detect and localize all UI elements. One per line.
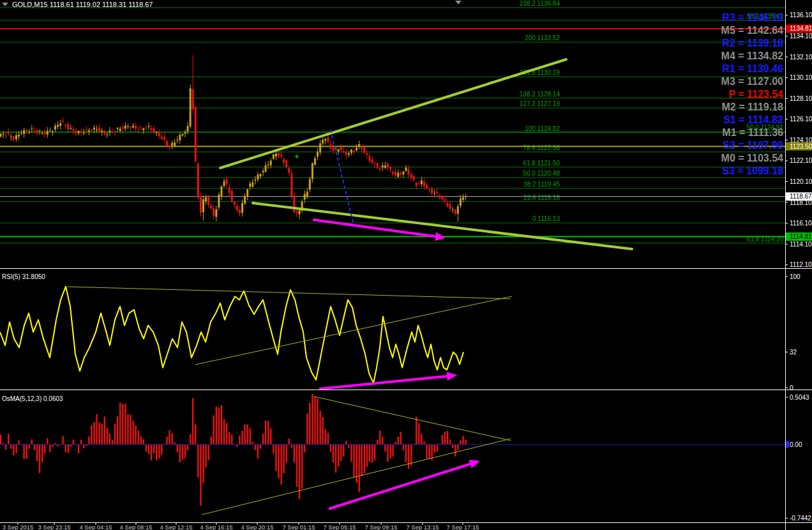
candle-body (377, 163, 379, 167)
candle-body (249, 184, 251, 187)
candle-body (285, 160, 287, 167)
candle-body (26, 130, 27, 131)
candle-body (200, 196, 202, 213)
candle-body (13, 137, 15, 140)
osma-bar (444, 432, 446, 444)
osma-bar (278, 444, 279, 478)
osma-bar (112, 440, 113, 444)
osma-bar (421, 434, 422, 444)
candle-body (353, 151, 355, 151)
candle-body (215, 209, 217, 217)
candle-body (317, 152, 319, 157)
candle-body (207, 196, 209, 205)
time-axis-label: 3 Sep 23:15 (38, 524, 70, 530)
osma-bar (39, 444, 40, 473)
osma-bar (29, 444, 30, 449)
osma-bar (387, 444, 388, 462)
candle-body (70, 128, 71, 129)
candle-body (109, 130, 110, 132)
osma-bar (36, 444, 38, 461)
candle-body (15, 135, 17, 139)
candle-body (171, 143, 173, 146)
candle-body (428, 189, 430, 190)
chart-title: GOLD,M15 1118.61 1119.02 1118.31 1118.67 (12, 1, 153, 8)
candle-body (8, 132, 10, 135)
candle-body (239, 210, 241, 213)
fib-level-label: 0 1116.13 (532, 215, 560, 222)
rsi-axis-label: 100 (790, 273, 801, 280)
osma-bar (41, 444, 43, 462)
osma-bar (130, 415, 131, 444)
candle-body (426, 185, 428, 189)
fib-level-label: 78.6 1122.96 (523, 144, 560, 151)
osma-bar (294, 444, 295, 462)
osma-bar (403, 444, 404, 450)
candle-body (33, 131, 35, 132)
osma-bar (257, 444, 259, 458)
osma-bar (460, 441, 461, 444)
osma-bar (119, 403, 121, 444)
candle-body (75, 130, 77, 133)
price-axis-label: 1136.10 (790, 11, 812, 19)
fib-level-label: 61.8 1121.50 (523, 160, 560, 167)
osma-bar (265, 421, 266, 444)
osma-bar (31, 439, 33, 444)
candle-body (457, 206, 459, 213)
candle-body (223, 181, 225, 186)
candle-body (179, 135, 181, 140)
candle-body (72, 129, 74, 131)
chart-dropdown-icon[interactable] (2, 3, 8, 6)
osma-bar (364, 444, 365, 473)
chart-title-bar: GOLD,M15 1118.61 1119.02 1118.31 1118.67 (2, 1, 153, 8)
fib-level-label: 38.2 1119.45 (523, 181, 560, 188)
magenta-arrow-main (313, 220, 443, 238)
candle-body (145, 128, 147, 128)
candle-body (327, 137, 329, 142)
chart-canvas[interactable]: 238.2 1136.84200 1133.52161.8 1130.19138… (0, 0, 812, 530)
candle-body (436, 192, 438, 193)
candle-body (192, 89, 194, 110)
candle-body (187, 126, 189, 132)
candle-body (329, 144, 331, 149)
osma-bar (44, 444, 45, 453)
candle-body (78, 131, 80, 133)
price-axis[interactable]: 1136.101134.101132.101130.101128.101126.… (785, 11, 812, 521)
time-axis-label: 4 Sep 16:15 (200, 524, 232, 530)
fib-level-label: 238.2 1136.84 (520, 0, 560, 7)
candle-body (67, 124, 69, 129)
osma-bar (73, 440, 74, 444)
osma-bar (236, 444, 237, 447)
osma-bar (202, 444, 204, 483)
candle-body (452, 209, 454, 210)
candle-body (267, 165, 269, 165)
osma-indicator-label: OsMA(5,12,3) 0.0603 (2, 395, 63, 402)
candle-body (270, 161, 272, 165)
candle-body (397, 173, 399, 177)
rsi-triangle-line (195, 296, 512, 365)
candle-body (402, 172, 404, 174)
osma-bar (350, 444, 352, 462)
osma-bar (410, 444, 412, 466)
time-axis[interactable]: 3 Sep 20153 Sep 23:154 Sep 04:154 Sep 08… (3, 522, 479, 530)
osma-bar (338, 444, 339, 467)
osma-bar (109, 433, 110, 444)
osma-bar (301, 444, 303, 488)
candle-body (345, 152, 347, 155)
candle-body (332, 148, 334, 151)
candle-body (114, 132, 116, 133)
osma-bar (442, 435, 443, 444)
candle-body (103, 131, 105, 134)
candle-body (137, 130, 139, 130)
candle-body (57, 125, 59, 127)
candle-body (439, 195, 440, 198)
osma-bar (226, 423, 227, 444)
candle-body (176, 140, 178, 140)
candle-body (283, 159, 285, 162)
fib-level-label: 138.2 1128.14 (520, 91, 560, 98)
candle-body (421, 181, 423, 185)
candle-body (93, 128, 95, 130)
osma-bar (197, 444, 199, 478)
candle-body (163, 137, 165, 140)
osma-bar (26, 444, 27, 458)
osma-bar (169, 430, 170, 444)
